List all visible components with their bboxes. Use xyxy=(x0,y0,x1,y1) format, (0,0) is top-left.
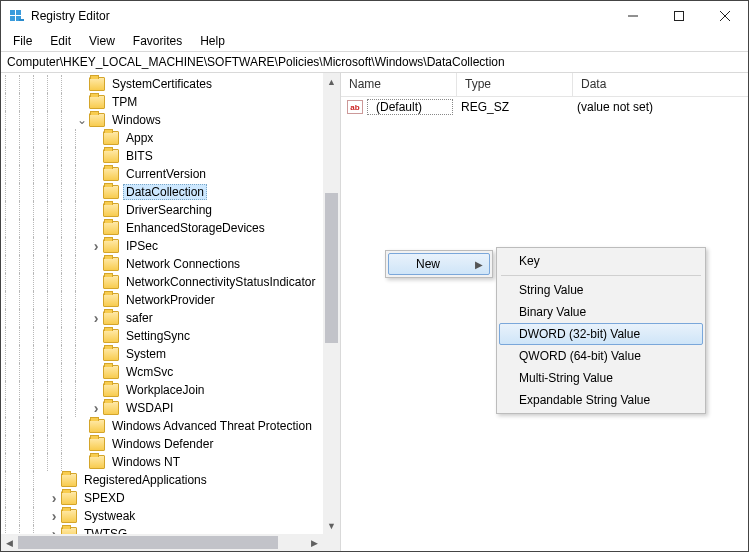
tree-item[interactable]: ›IPSec xyxy=(5,237,340,255)
tree-item[interactable]: ⌄Windows xyxy=(5,111,340,129)
value-type: REG_SZ xyxy=(453,100,569,114)
tree-item[interactable]: EnhancedStorageDevices xyxy=(5,219,340,237)
window-title: Registry Editor xyxy=(31,9,110,23)
context-menu-label: New xyxy=(416,257,440,271)
tree-item[interactable]: NetworkProvider xyxy=(5,291,340,309)
expand-icon[interactable]: › xyxy=(89,238,103,254)
tree-item[interactable]: WcmSvc xyxy=(5,363,340,381)
address-bar[interactable]: Computer\HKEY_LOCAL_MACHINE\SOFTWARE\Pol… xyxy=(1,51,748,73)
tree-item-label: SPEXD xyxy=(81,490,128,506)
folder-icon xyxy=(89,437,105,451)
tree-item[interactable]: ›Systweak xyxy=(5,507,340,525)
tree-vertical-scrollbar[interactable]: ▲ ▼ xyxy=(323,73,340,534)
tree-item[interactable]: RegisteredApplications xyxy=(5,471,340,489)
address-text: Computer\HKEY_LOCAL_MACHINE\SOFTWARE\Pol… xyxy=(7,55,505,69)
menu-help[interactable]: Help xyxy=(192,32,233,50)
tree-item[interactable]: BITS xyxy=(5,147,340,165)
tree-item[interactable]: Appx xyxy=(5,129,340,147)
menu-file[interactable]: File xyxy=(5,32,40,50)
folder-icon xyxy=(103,257,119,271)
content-area: SystemCertificatesTPM⌄WindowsAppxBITSCur… xyxy=(1,73,748,551)
scroll-thumb[interactable] xyxy=(18,536,278,549)
value-data: (value not set) xyxy=(569,100,661,114)
menu-favorites[interactable]: Favorites xyxy=(125,32,190,50)
string-value-icon: ab xyxy=(347,100,363,114)
col-data[interactable]: Data xyxy=(573,73,748,96)
menu-view[interactable]: View xyxy=(81,32,123,50)
tree-item[interactable]: ›WSDAPI xyxy=(5,399,340,417)
titlebar: Registry Editor xyxy=(1,1,748,31)
scrollbar-corner xyxy=(323,534,340,551)
folder-icon xyxy=(61,491,77,505)
folder-icon xyxy=(89,113,105,127)
folder-icon xyxy=(103,347,119,361)
tree-horizontal-scrollbar[interactable]: ◀ ▶ xyxy=(1,534,323,551)
folder-icon xyxy=(61,509,77,523)
collapse-icon[interactable]: ⌄ xyxy=(75,113,89,127)
context-menu-new[interactable]: New ▶ xyxy=(388,253,490,275)
close-button[interactable] xyxy=(702,1,748,31)
folder-icon xyxy=(61,473,77,487)
tree-item-label: WorkplaceJoin xyxy=(123,382,207,398)
folder-icon xyxy=(103,131,119,145)
scroll-thumb[interactable] xyxy=(325,193,338,343)
submenu-binary-value[interactable]: Binary Value xyxy=(499,301,703,323)
tree-item-label: TPM xyxy=(109,94,140,110)
expand-icon[interactable]: › xyxy=(89,310,103,326)
tree-item[interactable]: ›SPEXD xyxy=(5,489,340,507)
folder-icon xyxy=(103,221,119,235)
tree-item[interactable]: DataCollection xyxy=(5,183,340,201)
submenu-qword-value[interactable]: QWORD (64-bit) Value xyxy=(499,345,703,367)
folder-icon xyxy=(103,329,119,343)
tree-item[interactable]: Windows Defender xyxy=(5,435,340,453)
tree-item-label: NetworkProvider xyxy=(123,292,218,308)
scroll-left-icon[interactable]: ◀ xyxy=(1,534,18,551)
tree-item-label: SystemCertificates xyxy=(109,76,215,92)
tree-item[interactable]: SettingSync xyxy=(5,327,340,345)
submenu-multistring-value[interactable]: Multi-String Value xyxy=(499,367,703,389)
expand-icon[interactable]: › xyxy=(47,490,61,506)
submenu-dword-value[interactable]: DWORD (32-bit) Value xyxy=(499,323,703,345)
folder-icon xyxy=(103,401,119,415)
scroll-right-icon[interactable]: ▶ xyxy=(306,534,323,551)
menu-edit[interactable]: Edit xyxy=(42,32,79,50)
tree-item-label: Windows NT xyxy=(109,454,183,470)
expand-icon[interactable]: › xyxy=(47,508,61,524)
tree-item[interactable]: NetworkConnectivityStatusIndicator xyxy=(5,273,340,291)
tree-item[interactable]: Windows NT xyxy=(5,453,340,471)
svg-rect-1 xyxy=(16,10,21,15)
tree-item[interactable]: ›safer xyxy=(5,309,340,327)
menu-separator xyxy=(501,275,701,276)
folder-icon xyxy=(103,239,119,253)
tree-item[interactable]: WorkplaceJoin xyxy=(5,381,340,399)
col-type[interactable]: Type xyxy=(457,73,573,96)
tree-item[interactable]: CurrentVersion xyxy=(5,165,340,183)
tree-item-label: BITS xyxy=(123,148,156,164)
folder-icon xyxy=(103,311,119,325)
tree-item[interactable]: DriverSearching xyxy=(5,201,340,219)
regedit-icon xyxy=(9,8,25,24)
scroll-up-icon[interactable]: ▲ xyxy=(323,73,340,90)
tree-item-label: Windows Defender xyxy=(109,436,216,452)
expand-icon[interactable]: › xyxy=(89,400,103,416)
submenu-string-value[interactable]: String Value xyxy=(499,279,703,301)
tree-item[interactable]: Windows Advanced Threat Protection xyxy=(5,417,340,435)
submenu-expandstring-value[interactable]: Expandable String Value xyxy=(499,389,703,411)
tree-item-label: Windows Advanced Threat Protection xyxy=(109,418,315,434)
tree-item[interactable]: TPM xyxy=(5,93,340,111)
tree-item-label: IPSec xyxy=(123,238,161,254)
list-row[interactable]: ab (Default) REG_SZ (value not set) xyxy=(341,97,748,117)
tree-item[interactable]: Network Connections xyxy=(5,255,340,273)
maximize-button[interactable] xyxy=(656,1,702,31)
col-name[interactable]: Name xyxy=(341,73,457,96)
folder-icon xyxy=(89,77,105,91)
submenu-key[interactable]: Key xyxy=(499,250,703,272)
tree-pane[interactable]: SystemCertificatesTPM⌄WindowsAppxBITSCur… xyxy=(1,73,341,551)
tree-item-label: WcmSvc xyxy=(123,364,176,380)
minimize-button[interactable] xyxy=(610,1,656,31)
tree-item[interactable]: SystemCertificates xyxy=(5,75,340,93)
scroll-down-icon[interactable]: ▼ xyxy=(323,517,340,534)
folder-icon xyxy=(103,149,119,163)
menubar: File Edit View Favorites Help xyxy=(1,31,748,51)
tree-item[interactable]: System xyxy=(5,345,340,363)
